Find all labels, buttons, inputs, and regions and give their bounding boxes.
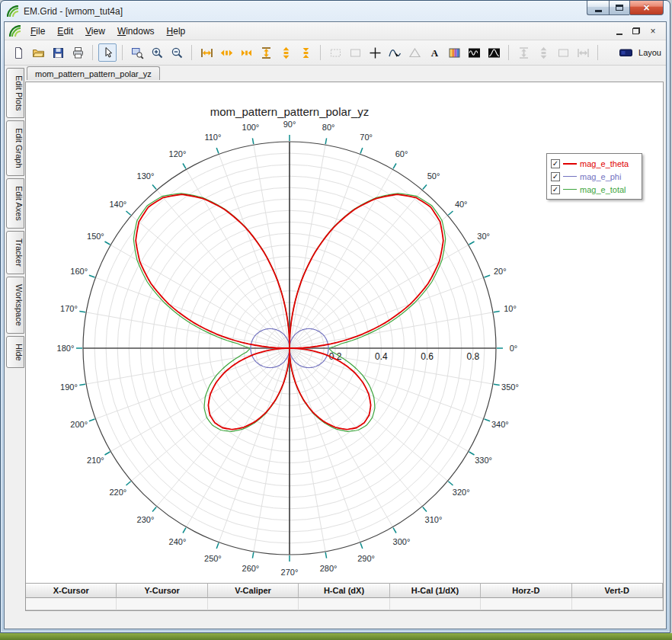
legend-label-mag_e_phi: mag_e_phi (580, 172, 621, 181)
svg-text:A: A (430, 47, 438, 59)
zoom-window-button[interactable] (128, 43, 146, 62)
svg-text:0°: 0° (510, 344, 518, 353)
legend-checkbox-mag_e_theta[interactable]: ✓ (551, 159, 560, 168)
svg-text:120°: 120° (169, 149, 187, 158)
zoom-window-icon (131, 46, 144, 59)
collapse-x-button[interactable] (237, 43, 255, 62)
side-tab-edit-axes[interactable]: Edit Axes (6, 178, 24, 229)
document-tab[interactable]: mom_pattern_pattern_polar_yz (27, 66, 160, 80)
legend-swatch-mag_e_theta (563, 163, 577, 165)
expand-x-button[interactable] (217, 43, 235, 62)
new-document-button[interactable] (9, 43, 27, 62)
blank-tool-button (554, 43, 572, 62)
print-icon (72, 46, 85, 59)
menu-edit[interactable]: Edit (51, 24, 79, 39)
mdi-restore-button[interactable] (628, 24, 645, 38)
zoom-out-button[interactable] (168, 43, 186, 62)
svg-text:90°: 90° (283, 120, 296, 129)
document-tab-strip: mom_pattern_pattern_polar_yz (25, 66, 664, 82)
layout-button[interactable] (616, 43, 635, 62)
menu-bar: FileEditViewWindowsHelp × (5, 22, 666, 40)
waveform-2-icon (488, 46, 501, 59)
text-annotation-button[interactable]: A (425, 43, 443, 62)
close-button[interactable]: × (629, 1, 664, 15)
waveform-time-button[interactable] (465, 43, 483, 62)
save-button[interactable] (49, 43, 67, 62)
open-button[interactable] (29, 43, 47, 62)
svg-text:260°: 260° (242, 564, 260, 573)
colormap-button[interactable] (445, 43, 463, 62)
zoom-out-icon (171, 46, 184, 59)
horizontal-arrows-gray-icon (577, 46, 590, 59)
chart-title: mom_pattern_pattern_polar_yz (137, 105, 442, 118)
expand-y-button[interactable] (277, 43, 295, 62)
print-button[interactable] (69, 43, 87, 62)
cursor-table-cell (481, 598, 571, 610)
scale-vertical-button (534, 43, 552, 62)
maximize-button[interactable] (609, 1, 629, 15)
mdi-minimize-button[interactable] (611, 24, 628, 38)
cursor-table-header: X-Cursor (26, 583, 117, 598)
zoom-box-button (326, 43, 344, 62)
svg-text:0.6: 0.6 (421, 351, 434, 362)
window-controls: × (587, 1, 664, 15)
legend-label-mag_e_total: mag_e_total (580, 185, 626, 194)
legend-checkbox-mag_e_phi[interactable]: ✓ (551, 172, 560, 181)
cursor-table-header: Vert-D (572, 583, 663, 598)
menu-windows[interactable]: Windows (111, 24, 161, 39)
svg-text:160°: 160° (70, 267, 88, 276)
svg-text:220°: 220° (109, 488, 126, 497)
svg-text:0.8: 0.8 (467, 351, 480, 362)
side-tab-tracker[interactable]: Tracker (6, 231, 24, 274)
side-tab-edit-graph[interactable]: Edit Graph (6, 120, 24, 176)
legend-checkbox-mag_e_total[interactable]: ✓ (551, 185, 560, 194)
mdi-close-button[interactable]: × (645, 24, 661, 38)
save-icon (52, 46, 65, 59)
svg-text:40°: 40° (455, 200, 468, 209)
minimize-button[interactable] (587, 1, 609, 15)
collapse-y-button[interactable] (296, 43, 315, 62)
cursor-table-cell (208, 598, 299, 610)
svg-text:70°: 70° (360, 133, 373, 142)
fit-plot-vertical-button (514, 43, 533, 62)
zoom-in-button[interactable] (148, 43, 166, 62)
cursor-table-cell (117, 598, 207, 610)
svg-text:300°: 300° (393, 537, 411, 546)
menu-help[interactable]: Help (161, 24, 192, 39)
fit-width-icon (200, 46, 213, 59)
svg-text:0.4: 0.4 (375, 351, 388, 362)
select-region-button (346, 43, 364, 62)
toolbar: ALayou (5, 40, 666, 66)
fit-vertical-gray-icon (517, 46, 530, 59)
fit-plot-horizontal-button (574, 43, 592, 62)
cursor-table-cell (26, 598, 117, 610)
legend-row-mag_e_phi: ✓mag_e_phi (551, 170, 638, 183)
crosshair-button[interactable] (366, 43, 384, 62)
title-bar[interactable]: EM.Grid - [wmom_tut4a] × (1, 1, 670, 21)
pointer-tool-button[interactable] (98, 43, 117, 62)
side-tab-workspace[interactable]: Workspace (6, 277, 24, 334)
toolbar-separator (191, 45, 192, 60)
desktop-strip (0, 633, 672, 640)
curve-tracker-button[interactable] (386, 43, 404, 62)
fit-width-button[interactable] (197, 43, 216, 62)
app-window: EM.Grid - [wmom_tut4a] × FileEditViewWin… (0, 0, 670, 633)
menu-items: FileEditViewWindowsHelp (24, 24, 191, 39)
fit-height-button[interactable] (257, 43, 275, 62)
toolbar-separator (597, 45, 598, 60)
menu-view[interactable]: View (79, 24, 111, 39)
layout-label: Layou (638, 48, 661, 57)
legend-label-mag_e_theta: mag_e_theta (580, 159, 629, 168)
side-tab-hide[interactable]: Hide (6, 336, 24, 369)
rectangle-icon (557, 46, 570, 59)
crosshair-icon (369, 46, 382, 59)
svg-text:330°: 330° (475, 456, 492, 465)
svg-text:210°: 210° (87, 456, 104, 465)
app-icon (7, 5, 19, 18)
cursor-table-header: Y-Cursor (117, 583, 207, 598)
svg-text:280°: 280° (320, 564, 338, 573)
waveform-pulse-button[interactable] (485, 43, 503, 62)
menu-file[interactable]: File (24, 24, 51, 39)
side-tab-edit-plots[interactable]: Edit Plots (6, 68, 24, 118)
toolbar-separator (508, 45, 509, 60)
